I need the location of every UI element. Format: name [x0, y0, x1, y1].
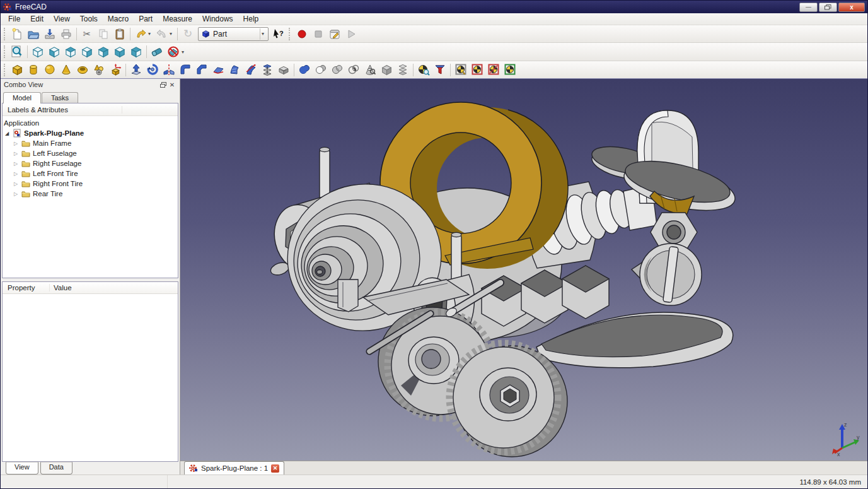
undo-dropdown-icon[interactable]: ▾: [147, 31, 153, 37]
combo-view-titlebar[interactable]: Combo View ✕: [1, 79, 180, 90]
macro-stop-button[interactable]: [310, 27, 327, 42]
minimize-button[interactable]: —: [799, 3, 818, 12]
refresh-button[interactable]: ↻: [180, 27, 196, 42]
3d-viewport[interactable]: z y x: [180, 79, 867, 461]
view-axonometric-button[interactable]: [30, 44, 46, 59]
tree-root[interactable]: Application: [4, 118, 176, 128]
fit-all-button[interactable]: [9, 44, 25, 59]
tree-item-main-frame[interactable]: ▷ Main Frame: [4, 138, 176, 148]
slice-button[interactable]: [485, 62, 502, 78]
chamfer-button[interactable]: [194, 62, 210, 78]
toolbar-grip[interactable]: [4, 64, 7, 76]
tree-item-rear-tire[interactable]: ▷ Rear Tire: [4, 189, 176, 199]
section-button[interactable]: [345, 62, 362, 78]
box-button[interactable]: [9, 62, 25, 78]
menu-file[interactable]: File: [3, 13, 25, 25]
mirror-button[interactable]: [161, 62, 177, 78]
cross-sections-button[interactable]: [362, 62, 378, 78]
title-bar[interactable]: FreeCAD — x: [1, 1, 867, 13]
paste-button[interactable]: [112, 27, 128, 42]
model-right-wing[interactable]: [536, 312, 733, 368]
new-file-button[interactable]: [9, 27, 25, 42]
macro-edit-button[interactable]: [327, 27, 343, 42]
extrude-button[interactable]: [128, 62, 144, 78]
model-tree[interactable]: Application ◢ Spark-Plug-Plane ▷ Main Fr…: [3, 116, 178, 201]
expander-icon[interactable]: ▷: [13, 161, 19, 167]
boolean-fragments-button[interactable]: [453, 62, 469, 78]
expander-open-icon[interactable]: ◢: [4, 131, 10, 136]
view-left-button[interactable]: [128, 44, 144, 59]
expander-icon[interactable]: ▷: [13, 141, 19, 146]
tree-item-right-front-tire[interactable]: ▷ Right Front Tire: [4, 179, 176, 189]
expander-icon[interactable]: ▷: [13, 151, 19, 156]
menu-view[interactable]: View: [49, 13, 75, 25]
cut-button[interactable]: ✂: [79, 27, 95, 42]
undo-button[interactable]: ▾: [132, 27, 154, 42]
document-tab[interactable]: Spark-Plug-Plane : 1 ✕: [184, 461, 284, 474]
expander-icon[interactable]: ▷: [13, 181, 19, 187]
menu-tools[interactable]: Tools: [75, 13, 103, 25]
expander-icon[interactable]: ▷: [13, 191, 19, 197]
view-rear-button[interactable]: [95, 44, 112, 59]
view-right-button[interactable]: [79, 44, 95, 59]
defeaturing-button[interactable]: [432, 62, 448, 78]
thickness-button[interactable]: [275, 62, 292, 78]
spark-plug-plane-model[interactable]: [180, 79, 867, 461]
tree-item-left-fuselage[interactable]: ▷ Left Fuselage: [4, 148, 176, 158]
cylinder-button[interactable]: [25, 62, 42, 78]
tree-item-left-front-tire[interactable]: ▷ Left Front Tire: [4, 168, 176, 179]
toolbar-grip[interactable]: [289, 28, 292, 40]
check-geometry-button[interactable]: [415, 62, 432, 78]
tree-document[interactable]: ◢ Spark-Plug-Plane: [4, 128, 176, 138]
menu-measure[interactable]: Measure: [158, 13, 197, 25]
tree-item-right-fuselage[interactable]: ▷ Right Fuselage: [4, 158, 176, 168]
revolve-button[interactable]: [144, 62, 161, 78]
redo-button[interactable]: ▾: [154, 27, 175, 42]
whats-this-button[interactable]: ?: [270, 27, 287, 42]
union-button[interactable]: [296, 62, 313, 78]
toolbar-grip[interactable]: [4, 28, 7, 40]
redo-dropdown-icon[interactable]: ▾: [168, 31, 174, 37]
menu-help[interactable]: Help: [238, 13, 264, 25]
property-list[interactable]: [3, 294, 178, 461]
menu-windows[interactable]: Windows: [197, 13, 238, 25]
save-button[interactable]: [42, 27, 58, 42]
expander-icon[interactable]: ▷: [13, 171, 19, 177]
sphere-button[interactable]: [42, 62, 58, 78]
toolbar-grip[interactable]: [4, 45, 7, 58]
view-bottom-button[interactable]: [112, 44, 128, 59]
torus-button[interactable]: [74, 62, 91, 78]
workbench-selector[interactable]: Part ▾: [198, 27, 269, 41]
slice-apart-button[interactable]: [469, 62, 485, 78]
copy-button[interactable]: [95, 27, 112, 42]
open-file-button[interactable]: [25, 27, 42, 42]
close-panel-icon[interactable]: ✕: [168, 81, 176, 88]
create-primitives-button[interactable]: [91, 62, 107, 78]
menu-macro[interactable]: Macro: [103, 13, 134, 25]
clear-measurement-button[interactable]: [149, 44, 165, 59]
tab-model[interactable]: Model: [3, 92, 41, 103]
compound-button[interactable]: [378, 62, 395, 78]
menu-edit[interactable]: Edit: [25, 13, 49, 25]
view-front-button[interactable]: [46, 44, 62, 59]
tab-view[interactable]: View: [6, 462, 38, 474]
menu-part[interactable]: Part: [134, 13, 158, 25]
sweep-button[interactable]: [243, 62, 259, 78]
restore-button[interactable]: [819, 3, 837, 12]
cone-button[interactable]: [58, 62, 74, 78]
view-top-button[interactable]: [62, 44, 79, 59]
workbench-dropdown-icon[interactable]: ▾: [260, 28, 265, 40]
loft-button[interactable]: [259, 62, 275, 78]
tab-tasks[interactable]: Tasks: [42, 92, 78, 103]
make-face-button[interactable]: [210, 62, 226, 78]
macro-play-button[interactable]: [343, 27, 359, 42]
print-button[interactable]: [58, 27, 74, 42]
toggle-measurement-button[interactable]: ▾: [165, 44, 187, 59]
macro-record-button[interactable]: [294, 27, 310, 42]
xor-button[interactable]: [502, 62, 518, 78]
tab-data[interactable]: Data: [40, 462, 72, 474]
common-button[interactable]: [329, 62, 345, 78]
close-document-icon[interactable]: ✕: [271, 464, 279, 473]
cut-boolean-button[interactable]: [313, 62, 329, 78]
shape-builder-button[interactable]: [107, 62, 124, 78]
